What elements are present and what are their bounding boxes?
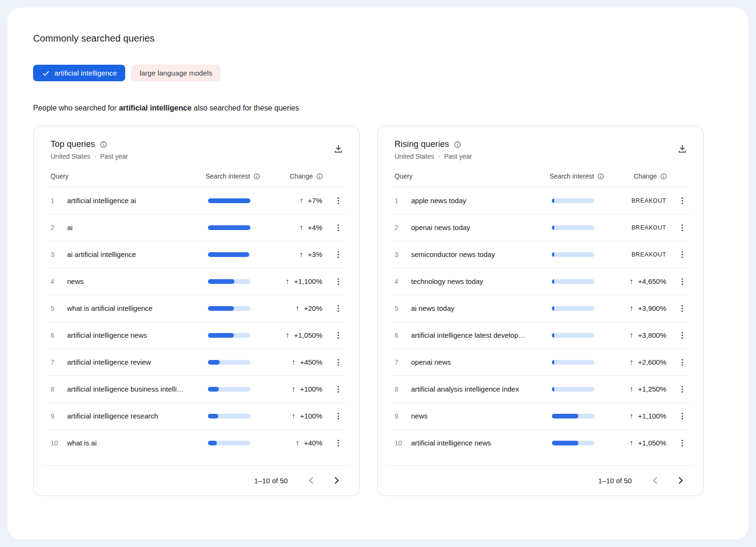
row-change: ↑ +20% (270, 304, 322, 312)
info-icon[interactable] (454, 141, 461, 148)
row-menu-button[interactable] (332, 382, 345, 397)
search-interest-fill (552, 279, 554, 284)
row-query[interactable]: ai (67, 223, 208, 231)
table-row: 5 ai news today ↑ +3,900% (378, 295, 703, 322)
row-query[interactable]: artificial intelligence business intelli… (67, 385, 208, 393)
next-page-button[interactable] (670, 470, 691, 491)
search-interest-bar (208, 306, 250, 311)
row-query[interactable]: ai news today (411, 304, 552, 312)
info-icon[interactable] (316, 173, 323, 180)
row-query[interactable]: artificial intelligence news (411, 439, 552, 447)
search-interest-bar (208, 333, 250, 338)
row-menu-button[interactable] (676, 382, 689, 397)
row-menu-button[interactable] (332, 355, 345, 370)
row-menu-button[interactable] (332, 328, 345, 343)
table-row: 1 apple news today ↑ BREAKOUT (378, 187, 703, 214)
info-icon[interactable] (100, 141, 107, 148)
row-query[interactable]: artificial intelligence ai (67, 197, 208, 205)
table-row: 10 what is ai ↑ +40% (34, 429, 359, 456)
table-row: 8 artificial intelligence business intel… (34, 376, 359, 402)
table-row: 1 artificial intelligence ai ↑ +7% (34, 187, 359, 214)
table-row: 7 artificial intelligence review ↑ +450% (34, 349, 359, 376)
row-query[interactable]: artificial intelligence review (67, 358, 208, 366)
table-row: 9 artificial intelligence research ↑ +10… (34, 402, 359, 429)
row-rank: 10 (51, 439, 67, 447)
card-header: Rising queries United States · Past year (378, 126, 703, 160)
row-query[interactable]: artificial intelligence latest develop… (411, 331, 552, 339)
row-menu-button[interactable] (332, 301, 345, 316)
region-label: United States (395, 153, 434, 160)
row-query[interactable]: apple news today (411, 197, 552, 205)
row-menu-button[interactable] (676, 355, 689, 370)
row-query[interactable]: news (411, 412, 552, 420)
prev-page-button[interactable] (645, 470, 666, 491)
column-query: Query (395, 172, 550, 180)
up-arrow-icon: ↑ (292, 359, 295, 366)
row-query[interactable]: openai news today (411, 223, 552, 231)
row-menu-button[interactable] (332, 436, 345, 451)
row-change: ↑ +3,800% (614, 331, 666, 339)
row-rank: 2 (395, 224, 411, 231)
row-menu-button[interactable] (676, 247, 689, 262)
download-button[interactable] (331, 141, 346, 156)
row-query[interactable]: technology news today (411, 277, 552, 285)
row-menu-button[interactable] (332, 193, 345, 208)
change-value: +1,100% (294, 277, 322, 285)
row-menu-button[interactable] (676, 301, 689, 316)
search-interest-bar (208, 198, 250, 203)
search-interest-fill (208, 441, 217, 445)
query-table: 1 apple news today ↑ BREAKOUT 2 openai n… (378, 187, 703, 456)
subtitle-separator: · (438, 153, 440, 160)
row-rank: 3 (395, 251, 411, 258)
row-query[interactable]: news (67, 277, 208, 285)
row-query[interactable]: artificial analysis intelligence index (411, 385, 552, 393)
rising-queries-card: Rising queries United States · Past year (377, 126, 704, 496)
search-interest-fill (208, 414, 218, 419)
row-menu-button[interactable] (676, 220, 689, 235)
info-icon[interactable] (597, 173, 604, 180)
row-menu-button[interactable] (676, 436, 689, 451)
row-change: ↑ +1,100% (270, 277, 322, 285)
prev-page-button[interactable] (301, 470, 322, 491)
download-button[interactable] (675, 141, 690, 156)
row-menu-button[interactable] (676, 193, 689, 208)
row-change: ↑ BREAKOUT (614, 197, 666, 204)
row-menu-button[interactable] (332, 220, 345, 235)
row-menu-button[interactable] (332, 274, 345, 289)
search-interest-fill (552, 360, 554, 365)
table-row: 2 openai news today ↑ BREAKOUT (378, 214, 703, 241)
row-rank: 1 (395, 197, 411, 205)
row-query[interactable]: what is ai (67, 439, 208, 447)
column-change: Change (616, 172, 689, 180)
row-change: ↑ +1,050% (614, 439, 666, 447)
row-menu-button[interactable] (676, 274, 689, 289)
chip-artificial-intelligence[interactable]: artificial intelligence (33, 65, 125, 81)
column-query: Query (51, 172, 206, 180)
row-query[interactable]: what is artificial intelligence (67, 304, 208, 312)
row-change: ↑ +2,600% (614, 358, 666, 366)
row-menu-button[interactable] (332, 409, 345, 424)
up-arrow-icon: ↑ (629, 412, 633, 420)
row-query[interactable]: semiconductor news today (411, 250, 552, 258)
row-query[interactable]: artificial intelligence research (67, 412, 208, 420)
row-change: ↑ +100% (270, 412, 322, 420)
row-menu-button[interactable] (676, 328, 689, 343)
info-icon[interactable] (660, 173, 667, 180)
row-rank: 10 (395, 439, 411, 447)
search-interest-bar (552, 252, 594, 257)
row-menu-button[interactable] (676, 409, 689, 424)
table-column-headers: Query Search interest Change (47, 172, 346, 187)
search-interest-bar (208, 252, 250, 257)
row-change: ↑ BREAKOUT (614, 251, 666, 258)
row-menu-button[interactable] (332, 247, 345, 262)
up-arrow-icon: ↑ (295, 305, 299, 312)
row-rank: 3 (51, 251, 67, 258)
card-title: Rising queries (395, 139, 449, 149)
next-page-button[interactable] (326, 470, 347, 491)
chip-large-language-models[interactable]: large language models (131, 65, 221, 81)
info-icon[interactable] (253, 173, 260, 180)
row-query[interactable]: openai news (411, 358, 552, 366)
row-query[interactable]: ai artificial intelligence (67, 250, 208, 258)
search-interest-fill (552, 414, 578, 419)
row-query[interactable]: artificial intelligence news (67, 331, 208, 339)
